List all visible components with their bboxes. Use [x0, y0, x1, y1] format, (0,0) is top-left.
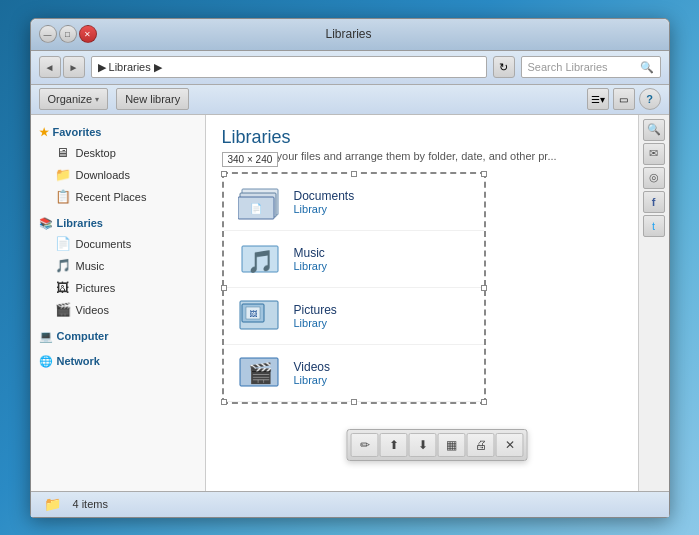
window-controls: — □ ✕ [39, 25, 97, 43]
float-upload-button[interactable]: ⬆ [380, 433, 408, 457]
page-description: rary to see your files and arrange them … [222, 150, 653, 162]
network-section-title[interactable]: 🌐 Network [31, 352, 205, 371]
grid-icon: ▦ [446, 438, 457, 452]
side-facebook-icon: f [652, 196, 656, 208]
computer-icon: 💻 [39, 330, 53, 343]
videos-lib-info: Videos Library [294, 360, 330, 386]
desktop-icon: 🖥 [55, 145, 71, 161]
sidebar-item-documents[interactable]: 📄 Documents [31, 233, 205, 255]
edit-icon: ✏ [360, 438, 370, 452]
maximize-button[interactable]: □ [59, 25, 77, 43]
sidebar-item-recent-places[interactable]: 📋 Recent Places [31, 186, 205, 208]
handle-mr[interactable] [481, 285, 487, 291]
float-close-button[interactable]: ✕ [496, 433, 524, 457]
forward-button[interactable]: ► [63, 56, 85, 78]
side-twitter-icon: t [652, 220, 655, 232]
library-item-documents[interactable]: 📄 Documents Library [224, 174, 484, 231]
sidebar-item-music[interactable]: 🎵 Music [31, 255, 205, 277]
nav-buttons: ◄ ► [39, 56, 85, 78]
favorites-section: ★ Favorites 🖥 Desktop 📁 Downloads 📋 Rece… [31, 123, 205, 208]
close-icon: ✕ [505, 438, 515, 452]
content-area: ★ Favorites 🖥 Desktop 📁 Downloads 📋 Rece… [31, 115, 669, 491]
documents-icon: 📄 [55, 236, 71, 252]
handle-tm[interactable] [351, 171, 357, 177]
computer-section-title[interactable]: 💻 Computer [31, 327, 205, 346]
main-window: — □ ✕ Libraries ◄ ► ▶ Libraries ▶ ↻ Sear… [30, 18, 670, 518]
view-icon: ☰▾ [591, 94, 605, 105]
downloads-folder-icon: 📁 [55, 167, 71, 183]
side-share-icon: ◎ [649, 171, 659, 184]
float-print-button[interactable]: 🖨 [467, 433, 495, 457]
svg-text:🎵: 🎵 [246, 248, 274, 275]
sidebar-item-videos[interactable]: 🎬 Videos [31, 299, 205, 321]
side-facebook-button[interactable]: f [643, 191, 665, 213]
address-path[interactable]: ▶ Libraries ▶ [91, 56, 487, 78]
sidebar-item-pictures[interactable]: 🖼 Pictures [31, 277, 205, 299]
music-icon: 🎵 [55, 258, 71, 274]
library-item-pictures[interactable]: 🖼 Pictures Library [224, 288, 484, 345]
side-email-button[interactable]: ✉ [643, 143, 665, 165]
new-library-button[interactable]: New library [116, 88, 189, 110]
search-icon: 🔍 [640, 61, 654, 74]
documents-lib-info: Documents Library [294, 189, 355, 215]
videos-lib-icon: 🎬 [236, 353, 284, 393]
page-title: Libraries [222, 127, 653, 148]
side-twitter-button[interactable]: t [643, 215, 665, 237]
upload-icon: ⬆ [389, 438, 399, 452]
side-search-button[interactable]: 🔍 [643, 119, 665, 141]
side-search-icon: 🔍 [647, 123, 661, 136]
handle-bl[interactable] [221, 399, 227, 405]
search-box[interactable]: Search Libraries 🔍 [521, 56, 661, 78]
view-options-button[interactable]: ☰▾ [587, 88, 609, 110]
download-icon: ⬇ [418, 438, 428, 452]
float-grid-button[interactable]: ▦ [438, 433, 466, 457]
back-button[interactable]: ◄ [39, 56, 61, 78]
toolbar: Organize ▾ New library ☰▾ ▭ ? [31, 85, 669, 115]
handle-bm[interactable] [351, 399, 357, 405]
handle-tl[interactable] [221, 171, 227, 177]
organize-arrow: ▾ [95, 95, 99, 104]
libraries-section-title[interactable]: 📚 Libraries [31, 214, 205, 233]
music-lib-info: Music Library [294, 246, 328, 272]
network-icon: 🌐 [39, 355, 53, 368]
toolbar-right: ☰▾ ▭ ? [587, 88, 661, 110]
library-item-music[interactable]: 🎵 Music Library [224, 231, 484, 288]
side-email-icon: ✉ [649, 147, 658, 160]
minimize-button[interactable]: — [39, 25, 57, 43]
float-edit-button[interactable]: ✏ [351, 433, 379, 457]
sidebar: ★ Favorites 🖥 Desktop 📁 Downloads 📋 Rece… [31, 115, 206, 491]
selection-container: 340 × 240 [222, 172, 486, 404]
favorites-section-title[interactable]: ★ Favorites [31, 123, 205, 142]
documents-lib-icon: 📄 [236, 182, 284, 222]
handle-br[interactable] [481, 399, 487, 405]
close-button[interactable]: ✕ [79, 25, 97, 43]
videos-icon: 🎬 [55, 302, 71, 318]
pictures-icon: 🖼 [55, 280, 71, 296]
address-bar: ◄ ► ▶ Libraries ▶ ↻ Search Libraries 🔍 [31, 51, 669, 85]
help-button[interactable]: ? [639, 88, 661, 110]
svg-text:🎬: 🎬 [247, 361, 272, 385]
organize-button[interactable]: Organize ▾ [39, 88, 109, 110]
side-share-button[interactable]: ◎ [643, 167, 665, 189]
status-folder-icon: 📁 [43, 494, 63, 514]
recent-places-icon: 📋 [55, 189, 71, 205]
sidebar-item-desktop[interactable]: 🖥 Desktop [31, 142, 205, 164]
float-download-button[interactable]: ⬇ [409, 433, 437, 457]
preview-pane-button[interactable]: ▭ [613, 88, 635, 110]
pictures-lib-info: Pictures Library [294, 303, 337, 329]
svg-text:📄: 📄 [250, 202, 263, 215]
pane-icon: ▭ [619, 94, 628, 105]
main-content: Libraries rary to see your files and arr… [206, 115, 669, 491]
music-lib-icon: 🎵 [236, 239, 284, 279]
selection-box: 📄 Documents Library [222, 172, 486, 404]
refresh-button[interactable]: ↻ [493, 56, 515, 78]
sidebar-item-downloads[interactable]: 📁 Downloads [31, 164, 205, 186]
network-section: 🌐 Network [31, 352, 205, 371]
svg-text:🖼: 🖼 [249, 310, 257, 319]
size-label: 340 × 240 [222, 152, 279, 167]
print-icon: 🖨 [475, 438, 487, 452]
libraries-section: 📚 Libraries 📄 Documents 🎵 Music 🖼 Pictur… [31, 214, 205, 321]
library-item-videos[interactable]: 🎬 Videos Library [224, 345, 484, 402]
handle-tr[interactable] [481, 171, 487, 177]
handle-ml[interactable] [221, 285, 227, 291]
